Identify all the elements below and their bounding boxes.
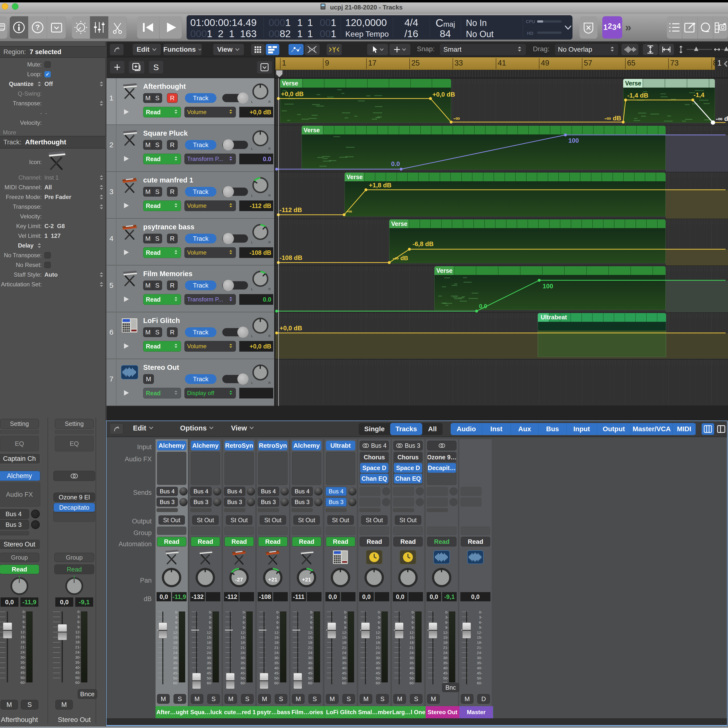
svg-text:-1,4 dB: -1,4 dB — [627, 92, 648, 99]
svg-text:0.0: 0.0 — [391, 160, 400, 167]
svg-text:+1,8 dB: +1,8 dB — [369, 182, 392, 189]
svg-text:0,0: 0,0 — [479, 303, 487, 309]
svg-text:-6,8 dB: -6,8 dB — [413, 240, 434, 248]
svg-text:-∞: -∞ — [347, 208, 352, 214]
svg-text:-108 dB: -108 dB — [280, 254, 302, 262]
svg-text:-∞ dB: -∞ dB — [393, 255, 408, 262]
svg-text:-∞ dB: -∞ dB — [604, 115, 621, 122]
svg-text:-112 dB: -112 dB — [280, 206, 302, 214]
svg-text:+0,0 dB: +0,0 dB — [280, 324, 302, 332]
svg-text:-1,4: -1,4 — [694, 91, 705, 98]
svg-text:100: 100 — [568, 137, 579, 144]
svg-text:+0,0 dB: +0,0 dB — [433, 91, 455, 98]
svg-text:+0,0 dB: +0,0 dB — [281, 90, 304, 98]
svg-text:-∞ dB: -∞ dB — [716, 115, 728, 122]
svg-text:100: 100 — [543, 283, 553, 290]
svg-text:-∞: -∞ — [453, 115, 460, 122]
